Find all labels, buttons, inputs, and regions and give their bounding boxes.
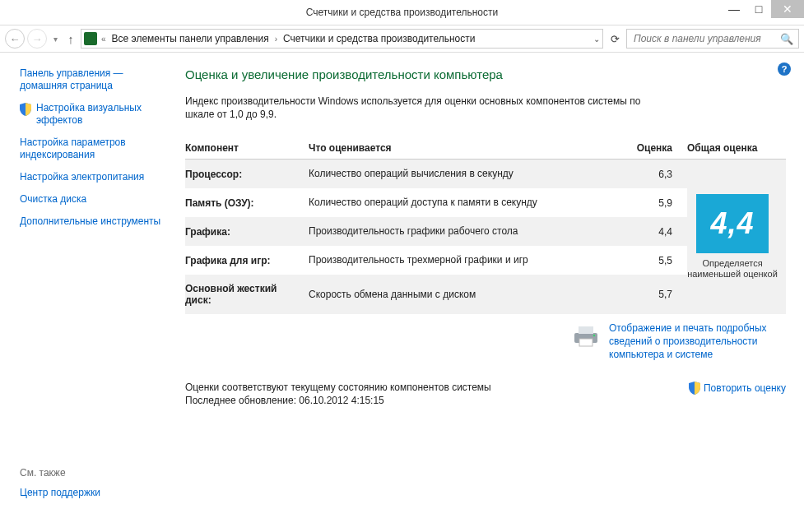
sidebar-home-line1: Панель управления — [20, 67, 123, 79]
status-row: Оценки соответствуют текущему состоянию … [185, 381, 786, 407]
overall-score-value: 4,4 [696, 194, 769, 253]
rerun-label: Повторить оценку [704, 382, 786, 394]
window-buttons: — □ ✕ [722, 0, 804, 18]
printer-icon [571, 325, 601, 348]
intro-text: Индекс производительности Windows исполь… [185, 95, 671, 121]
status-line2: Последнее обновление: 06.10.2012 4:15:15 [185, 394, 672, 407]
cell-score: 5,5 [630, 246, 687, 275]
rerun-assessment[interactable]: Повторить оценку [689, 381, 786, 395]
breadcrumb-all-items[interactable]: Все элементы панели управления [110, 33, 271, 44]
see-also-support-center[interactable]: Центр поддержки [20, 487, 162, 499]
sidebar-home[interactable]: Панель управления — домашняя страница [20, 67, 162, 92]
title-bar: Счетчики и средства производительности —… [0, 0, 804, 25]
breadcrumb-current[interactable]: Счетчики и средства производительности [281, 33, 476, 44]
window-title: Счетчики и средства производительности [0, 7, 804, 18]
svg-point-3 [593, 335, 596, 337]
search-icon[interactable]: 🔍 [780, 33, 793, 45]
minimize-button[interactable]: — [722, 0, 746, 18]
cell-description: Производительность графики рабочего стол… [309, 217, 630, 246]
score-table: Компонент Что оценивается Оценка Общая о… [185, 137, 786, 314]
chevron-icon: « [100, 35, 108, 44]
back-button[interactable]: ← [5, 29, 25, 49]
help-icon[interactable]: ? [778, 62, 791, 76]
search-box[interactable]: 🔍 [626, 29, 799, 49]
maximize-button[interactable]: □ [746, 0, 771, 18]
chevron-right-icon: › [273, 35, 279, 44]
svg-rect-2 [579, 339, 593, 346]
close-button[interactable]: ✕ [771, 0, 804, 18]
sidebar-item-power[interactable]: Настройка электропитания [20, 171, 162, 183]
cell-component: Основной жесткий диск: [185, 275, 309, 314]
cell-component: Память (ОЗУ): [185, 188, 309, 217]
address-dropdown[interactable]: ⌄ [593, 35, 600, 44]
forward-button[interactable]: → [27, 29, 47, 49]
cell-component: Графика: [185, 217, 309, 246]
see-also-header: См. также [20, 467, 162, 479]
up-button[interactable]: ↑ [63, 32, 78, 46]
sidebar: Панель управления — домашняя страница На… [0, 53, 169, 532]
cell-score: 5,7 [630, 275, 687, 314]
refresh-button[interactable]: ⟳ [606, 33, 624, 45]
cell-description: Количество операций доступа к памяти в с… [309, 188, 630, 217]
page-title: Оценка и увеличение производительности к… [185, 67, 786, 81]
overall-score-caption: Определяется наименьшей оценкой [687, 258, 778, 281]
cell-score: 5,9 [630, 188, 687, 217]
cell-score: 4,4 [630, 217, 687, 246]
main-content: ? Оценка и увеличение производительности… [169, 53, 804, 532]
control-panel-icon [84, 32, 97, 45]
sidebar-item-visual-effects[interactable]: Настройка визуальных эффектов [36, 102, 162, 127]
cell-score: 6,3 [630, 160, 687, 189]
shield-icon [20, 103, 31, 116]
th-component: Компонент [185, 137, 309, 160]
cell-description: Скорость обмена данными с диском [309, 275, 630, 314]
th-score: Оценка [630, 137, 687, 160]
toolbar: ← → ▾ ↑ « Все элементы панели управления… [0, 25, 804, 53]
cell-description: Количество операций вычисления в секунду [309, 160, 630, 189]
overall-score-cell: 4,4Определяется наименьшей оценкой [687, 160, 786, 315]
sidebar-home-line2: домашняя страница [20, 80, 113, 91]
search-input[interactable] [632, 32, 780, 45]
cell-component: Процессор: [185, 160, 309, 189]
table-row: Процессор:Количество операций вычисления… [185, 160, 786, 189]
status-line1: Оценки соответствуют текущему состоянию … [185, 381, 672, 394]
history-dropdown[interactable]: ▾ [49, 35, 61, 44]
print-details-row: Отображение и печать подробных сведений … [185, 322, 786, 361]
see-also-section: См. также Центр поддержки [20, 467, 162, 524]
sidebar-item-additional-tools[interactable]: Дополнительные инструменты [20, 215, 162, 228]
sidebar-item-indexing[interactable]: Настройка параметров индексирования [20, 136, 162, 161]
print-details-link[interactable]: Отображение и печать подробных сведений … [609, 322, 786, 361]
th-what: Что оценивается [309, 137, 630, 160]
sidebar-item-disk-cleanup[interactable]: Очистка диска [20, 193, 162, 206]
cell-description: Производительность трехмерной графики и … [309, 246, 630, 275]
address-bar[interactable]: « Все элементы панели управления › Счетч… [81, 29, 603, 49]
svg-rect-1 [579, 326, 593, 334]
shield-icon [689, 382, 700, 395]
cell-component: Графика для игр: [185, 246, 309, 275]
th-overall: Общая оценка [687, 137, 786, 160]
